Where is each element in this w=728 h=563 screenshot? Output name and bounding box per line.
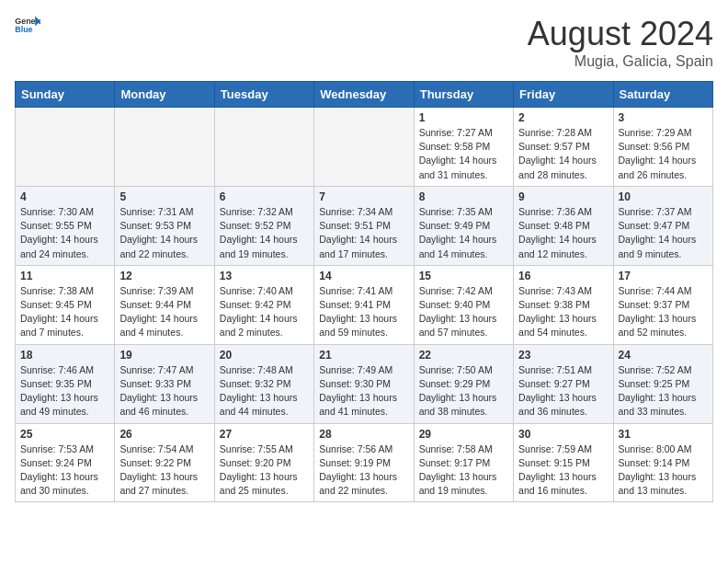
day-number: 29 <box>419 428 508 441</box>
col-friday: Friday <box>514 82 613 108</box>
calendar-week-row: 18Sunrise: 7:46 AMSunset: 9:35 PMDayligh… <box>16 344 713 423</box>
day-info: Sunrise: 7:39 AMSunset: 9:44 PMDaylight:… <box>119 284 209 340</box>
table-row: 11Sunrise: 7:38 AMSunset: 9:45 PMDayligh… <box>16 265 115 344</box>
col-wednesday: Wednesday <box>314 82 414 108</box>
day-number: 14 <box>319 270 408 282</box>
table-row: 15Sunrise: 7:42 AMSunset: 9:40 PMDayligh… <box>414 265 513 344</box>
table-row: 2Sunrise: 7:28 AMSunset: 9:57 PMDaylight… <box>514 108 613 187</box>
day-number: 8 <box>419 190 508 203</box>
table-row: 28Sunrise: 7:56 AMSunset: 9:19 PMDayligh… <box>314 423 414 502</box>
day-number: 21 <box>319 349 408 362</box>
col-tuesday: Tuesday <box>214 82 313 108</box>
table-row <box>214 108 313 187</box>
table-row: 18Sunrise: 7:46 AMSunset: 9:35 PMDayligh… <box>16 344 115 423</box>
page-header: General Blue August 2024 Mugia, Galicia,… <box>15 15 713 70</box>
day-number: 27 <box>220 428 309 441</box>
day-info: Sunrise: 7:46 AMSunset: 9:35 PMDaylight:… <box>20 363 109 419</box>
calendar-week-row: 25Sunrise: 7:53 AMSunset: 9:24 PMDayligh… <box>16 423 713 502</box>
day-number: 7 <box>319 190 408 203</box>
col-monday: Monday <box>115 82 214 108</box>
day-info: Sunrise: 7:55 AMSunset: 9:20 PMDaylight:… <box>220 442 309 499</box>
col-thursday: Thursday <box>414 82 513 108</box>
day-number: 24 <box>619 349 708 362</box>
logo-icon: General Blue <box>15 15 40 35</box>
day-info: Sunrise: 7:49 AMSunset: 9:30 PMDaylight:… <box>319 363 408 419</box>
day-number: 20 <box>220 349 309 362</box>
table-row: 24Sunrise: 7:52 AMSunset: 9:25 PMDayligh… <box>613 344 712 423</box>
day-number: 5 <box>119 190 209 203</box>
day-number: 17 <box>619 270 708 282</box>
day-number: 1 <box>419 111 508 124</box>
calendar-header-row: Sunday Monday Tuesday Wednesday Thursday… <box>16 82 713 108</box>
calendar-week-row: 4Sunrise: 7:30 AMSunset: 9:55 PMDaylight… <box>16 186 713 265</box>
table-row: 1Sunrise: 7:27 AMSunset: 9:58 PMDaylight… <box>414 108 513 187</box>
day-info: Sunrise: 7:54 AMSunset: 9:22 PMDaylight:… <box>119 442 209 499</box>
col-saturday: Saturday <box>613 82 712 108</box>
day-number: 2 <box>518 111 608 124</box>
col-sunday: Sunday <box>16 82 115 108</box>
month-title: August 2024 <box>528 15 713 53</box>
day-info: Sunrise: 7:38 AMSunset: 9:45 PMDaylight:… <box>20 284 109 340</box>
day-number: 9 <box>518 190 608 203</box>
table-row: 12Sunrise: 7:39 AMSunset: 9:44 PMDayligh… <box>115 265 214 344</box>
day-info: Sunrise: 7:56 AMSunset: 9:19 PMDaylight:… <box>319 442 408 499</box>
day-number: 25 <box>20 428 109 441</box>
day-number: 18 <box>20 349 109 362</box>
day-number: 15 <box>419 270 508 282</box>
table-row: 7Sunrise: 7:34 AMSunset: 9:51 PMDaylight… <box>314 186 414 265</box>
day-info: Sunrise: 7:40 AMSunset: 9:42 PMDaylight:… <box>220 284 309 340</box>
day-info: Sunrise: 7:31 AMSunset: 9:53 PMDaylight:… <box>119 205 209 261</box>
table-row: 31Sunrise: 8:00 AMSunset: 9:14 PMDayligh… <box>613 423 712 502</box>
day-number: 26 <box>119 428 209 441</box>
day-number: 19 <box>119 349 209 362</box>
day-info: Sunrise: 7:59 AMSunset: 9:15 PMDaylight:… <box>518 442 608 499</box>
day-info: Sunrise: 7:44 AMSunset: 9:37 PMDaylight:… <box>619 284 708 340</box>
calendar-week-row: 11Sunrise: 7:38 AMSunset: 9:45 PMDayligh… <box>16 265 713 344</box>
title-section: August 2024 Mugia, Galicia, Spain <box>528 15 713 70</box>
table-row: 8Sunrise: 7:35 AMSunset: 9:49 PMDaylight… <box>414 186 513 265</box>
day-number: 3 <box>619 111 708 124</box>
day-info: Sunrise: 7:37 AMSunset: 9:47 PMDaylight:… <box>619 205 708 261</box>
day-number: 31 <box>619 428 708 441</box>
table-row: 4Sunrise: 7:30 AMSunset: 9:55 PMDaylight… <box>16 186 115 265</box>
day-info: Sunrise: 7:50 AMSunset: 9:29 PMDaylight:… <box>419 363 508 419</box>
table-row: 13Sunrise: 7:40 AMSunset: 9:42 PMDayligh… <box>214 265 313 344</box>
day-number: 12 <box>119 270 209 282</box>
day-info: Sunrise: 7:28 AMSunset: 9:57 PMDaylight:… <box>518 126 608 182</box>
calendar-table: Sunday Monday Tuesday Wednesday Thursday… <box>15 81 713 502</box>
day-info: Sunrise: 7:51 AMSunset: 9:27 PMDaylight:… <box>518 363 608 419</box>
table-row: 26Sunrise: 7:54 AMSunset: 9:22 PMDayligh… <box>115 423 214 502</box>
day-number: 16 <box>518 270 608 282</box>
table-row: 6Sunrise: 7:32 AMSunset: 9:52 PMDaylight… <box>214 186 313 265</box>
calendar-week-row: 1Sunrise: 7:27 AMSunset: 9:58 PMDaylight… <box>16 108 713 187</box>
day-info: Sunrise: 7:43 AMSunset: 9:38 PMDaylight:… <box>518 284 608 340</box>
day-info: Sunrise: 7:32 AMSunset: 9:52 PMDaylight:… <box>220 205 309 261</box>
day-number: 11 <box>20 270 109 282</box>
day-info: Sunrise: 7:42 AMSunset: 9:40 PMDaylight:… <box>419 284 508 340</box>
day-info: Sunrise: 7:58 AMSunset: 9:17 PMDaylight:… <box>419 442 508 499</box>
day-number: 13 <box>220 270 309 282</box>
table-row: 20Sunrise: 7:48 AMSunset: 9:32 PMDayligh… <box>214 344 313 423</box>
day-number: 10 <box>619 190 708 203</box>
table-row: 30Sunrise: 7:59 AMSunset: 9:15 PMDayligh… <box>514 423 613 502</box>
table-row: 3Sunrise: 7:29 AMSunset: 9:56 PMDaylight… <box>613 108 712 187</box>
day-info: Sunrise: 7:30 AMSunset: 9:55 PMDaylight:… <box>20 205 109 261</box>
day-number: 4 <box>20 190 109 203</box>
table-row: 27Sunrise: 7:55 AMSunset: 9:20 PMDayligh… <box>214 423 313 502</box>
day-number: 28 <box>319 428 408 441</box>
table-row: 19Sunrise: 7:47 AMSunset: 9:33 PMDayligh… <box>115 344 214 423</box>
day-info: Sunrise: 7:36 AMSunset: 9:48 PMDaylight:… <box>518 205 608 261</box>
table-row: 5Sunrise: 7:31 AMSunset: 9:53 PMDaylight… <box>115 186 214 265</box>
day-info: Sunrise: 7:53 AMSunset: 9:24 PMDaylight:… <box>20 442 109 499</box>
day-number: 30 <box>518 428 608 441</box>
day-info: Sunrise: 7:47 AMSunset: 9:33 PMDaylight:… <box>119 363 209 419</box>
table-row: 21Sunrise: 7:49 AMSunset: 9:30 PMDayligh… <box>314 344 414 423</box>
table-row: 10Sunrise: 7:37 AMSunset: 9:47 PMDayligh… <box>613 186 712 265</box>
day-number: 23 <box>518 349 608 362</box>
day-info: Sunrise: 7:48 AMSunset: 9:32 PMDaylight:… <box>220 363 309 419</box>
table-row: 22Sunrise: 7:50 AMSunset: 9:29 PMDayligh… <box>414 344 513 423</box>
day-number: 6 <box>220 190 309 203</box>
table-row: 14Sunrise: 7:41 AMSunset: 9:41 PMDayligh… <box>314 265 414 344</box>
svg-text:Blue: Blue <box>15 25 32 34</box>
table-row: 25Sunrise: 7:53 AMSunset: 9:24 PMDayligh… <box>16 423 115 502</box>
